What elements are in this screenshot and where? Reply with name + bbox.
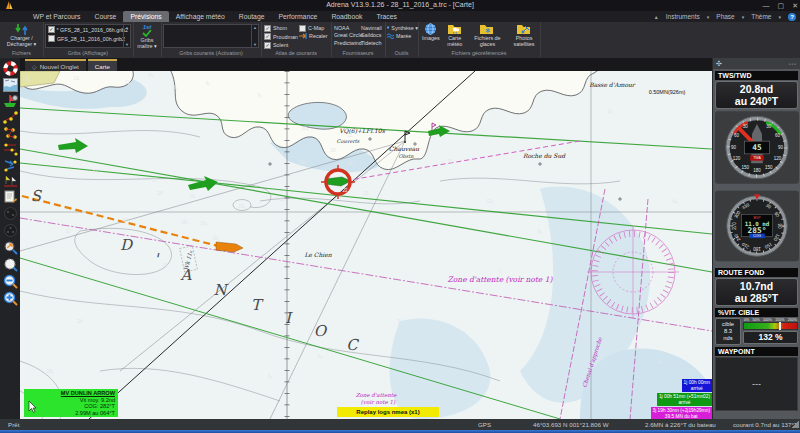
svg-text:D: D — [120, 236, 134, 254]
recaler-button[interactable]: Recaler — [299, 33, 328, 39]
ribbon-group-gribs-courants: ▲▼ Gribs courants (Activation) — [161, 22, 262, 57]
target-speed-percent: 132 % — [743, 331, 798, 344]
menu-instruments[interactable]: Instruments — [666, 13, 700, 20]
collapse-ribbon-icon[interactable]: ▲ — [654, 14, 659, 20]
close-button[interactable]: ✕ — [792, 0, 798, 11]
svg-text:7₄: 7₄ — [498, 269, 503, 274]
grib-list-scroll[interactable]: ▲▼ — [123, 25, 130, 47]
zoom-in-icon[interactable] — [3, 291, 18, 306]
svg-text:37: 37 — [92, 169, 98, 174]
status-coordinates: 46°03.693 N 001°21.806 W — [533, 421, 608, 428]
resize-grip[interactable] — [792, 421, 799, 428]
zoom-out-icon[interactable] — [3, 274, 18, 289]
menu-roadbook[interactable]: Roadbook — [324, 11, 369, 22]
charger-decharger-button[interactable]: Charger /Décharger ▾ — [0, 24, 43, 47]
current-arrows-icon[interactable] — [3, 158, 18, 172]
ribbon-group-grib-maitre: 1st Gribsmaître ▾ — [133, 22, 162, 57]
menu-performance[interactable]: Performance — [271, 11, 324, 22]
marks-list-icon[interactable] — [3, 126, 18, 140]
atlas-proudman-checkbox[interactable]: Proudman — [264, 33, 298, 40]
radar-a-icon[interactable] — [3, 206, 18, 221]
ribbon-group-georef: Images Carte météo Fichiers de glaces Ph… — [418, 22, 541, 57]
atlas-solent-checkbox[interactable]: Solent — [264, 42, 298, 49]
waypoint-route-icon[interactable] — [3, 110, 18, 124]
competitor-boat[interactable] — [216, 242, 243, 252]
carte-meteo-button[interactable]: Carte météo — [443, 23, 467, 47]
provider-navimail[interactable]: Navimail — [361, 25, 382, 31]
menu-traces[interactable]: Traces — [369, 11, 404, 22]
zoom-auto-icon[interactable] — [3, 240, 18, 255]
svg-text:26₅: 26₅ — [213, 236, 220, 241]
menu-previsions[interactable]: Prévisions — [123, 11, 168, 22]
menu-course[interactable]: Course — [87, 11, 123, 22]
provider-greatcircle[interactable]: Great Circle — [334, 32, 363, 38]
svg-text:13₀: 13₀ — [73, 76, 80, 81]
svg-text:180: 180 — [753, 168, 761, 173]
ribbon-group-atlas: Shom Proudman Solent C-Map Recaler Atlas… — [261, 22, 332, 57]
window-title: Adrena V13.9.1.26 - 28_11_2016_a.trc - [… — [326, 1, 474, 8]
grib-list[interactable]: * GFS_28_11_2016_06h.grib2 GFS_28_11_201… — [45, 24, 131, 48]
nautical-chart[interactable]: SD'ANTIOC 6₂13₀11₃8₂8₃8₇9₂10₄112010₇20₅2… — [20, 71, 712, 419]
help-icon[interactable]: ? — [788, 13, 796, 21]
radar-b-icon[interactable] — [3, 223, 18, 238]
chart-view[interactable]: SD'ANTIOC 6₂13₀11₃8₂8₃8₇9₂10₄112010₇20₅2… — [20, 71, 712, 419]
logbook-icon[interactable] — [3, 190, 18, 204]
svg-text:T: T — [251, 296, 264, 314]
checkbox-checked-icon[interactable] — [48, 26, 55, 33]
provider-saildocs[interactable]: Saildocs — [361, 32, 382, 38]
gribs-courants-list[interactable]: ▲▼ — [163, 24, 259, 48]
regatta-icon[interactable] — [3, 174, 18, 188]
instrument-panel: ✣ ▫▫▫ TWS/TWD 20.8ndau 240°T 30306060909… — [712, 58, 800, 419]
synthesis-icon — [387, 24, 389, 31]
zoom-window-icon[interactable] — [3, 257, 18, 272]
satellite-folder-icon — [517, 23, 531, 35]
provider-tidetech[interactable]: Tidetech — [361, 40, 382, 46]
svg-text:Basse d'Amour: Basse d'Amour — [589, 81, 636, 88]
replay-banner[interactable]: Replay logs nmea (x1) — [337, 407, 439, 417]
photos-satellites-button[interactable]: Photos satellites — [508, 23, 540, 47]
boat-instruments-icon[interactable] — [3, 94, 18, 108]
checkbox-icon[interactable] — [48, 35, 55, 42]
maree-button[interactable]: Marée — [387, 33, 418, 39]
globe-icon — [424, 23, 437, 35]
chart-icon[interactable] — [3, 78, 18, 92]
routing-time-box: 1j 00h 00mnarrivé — [682, 379, 712, 392]
atlas-shom-checkbox[interactable]: Shom — [264, 25, 298, 32]
gribs-courants-scroll[interactable]: ▲▼ — [251, 25, 258, 47]
tide-icon — [387, 33, 394, 39]
menu-affichage-meteo[interactable]: Affichage météo — [169, 11, 232, 22]
menu-routage[interactable]: Routage — [232, 11, 272, 22]
provider-predictwind[interactable]: Predictwind — [334, 40, 363, 46]
routing-time-boxes: 1j 00h 00mnarrivé1j 00h 51mn (+51mn02)ar… — [651, 379, 712, 419]
menu-wp-parcours[interactable]: WP et Parcours — [26, 11, 87, 22]
grib-item[interactable]: * GFS_28_11_2016_06h.grib2 — [46, 25, 130, 34]
toolbar-left — [0, 58, 20, 422]
svg-text:120: 120 — [774, 156, 782, 161]
svg-text:(voir note 1): (voir note 1) — [361, 399, 396, 405]
menu-theme[interactable]: Thème — [751, 13, 771, 20]
wind-angle-gauge: 303060609090120120150150180 45 TWA — [715, 111, 799, 184]
menu-phase[interactable]: Phase — [716, 13, 734, 20]
panel-menu-icon[interactable]: ▫▫▫ — [789, 61, 797, 67]
svg-text:0.50MN(926m): 0.50MN(926m) — [649, 89, 686, 95]
routing-time-box: 1j 00h 51mn (+51mn02)arrivé — [657, 393, 712, 406]
grib-item[interactable]: GFS_28_11_2016_00h.grib2 — [46, 34, 130, 43]
svg-text:8₂: 8₂ — [149, 73, 154, 78]
svg-text:8₃: 8₃ — [173, 85, 178, 90]
svg-text:N: N — [213, 281, 229, 299]
synthese-button[interactable]: Synthèse ▾ — [387, 24, 418, 31]
gear-icon[interactable]: ✣ — [716, 60, 722, 68]
images-button[interactable]: Images — [422, 23, 440, 47]
fichiers-glaces-button[interactable]: Fichiers de glaces — [470, 23, 505, 47]
provider-noaa[interactable]: NOAA — [334, 25, 363, 31]
status-ready: Prêt — [8, 421, 19, 428]
gribs-maitre-button[interactable]: 1st Gribsmaître ▾ — [133, 24, 161, 49]
minimize-button[interactable]: — — [763, 0, 770, 11]
route-marks-icon[interactable] — [3, 142, 18, 156]
maximize-button[interactable]: ▢ — [778, 0, 785, 11]
atlas-cmap-checkbox[interactable]: C-Map — [299, 25, 328, 32]
man-overboard-icon[interactable] — [3, 61, 18, 76]
adrena-window: Adrena V13.9.1.26 - 28_11_2016_a.trc - [… — [0, 0, 800, 433]
ais-target-box[interactable]: MV DUNLIN ARROW Vit moy. 9.2nd COG: 282°… — [24, 389, 118, 417]
svg-text:270: 270 — [732, 222, 737, 230]
